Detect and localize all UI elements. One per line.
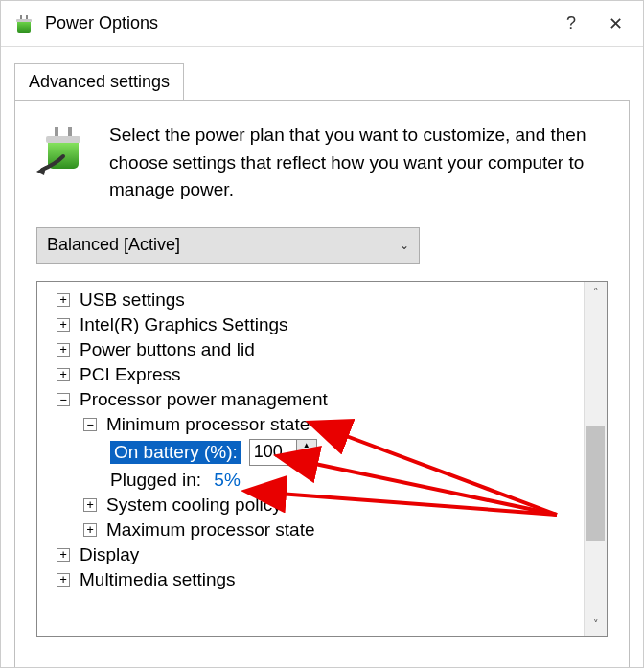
tree-item-pci-express[interactable]: + PCI Express: [43, 362, 578, 387]
tree-label: PCI Express: [80, 364, 181, 385]
tree-label: Maximum processor state: [106, 519, 315, 541]
tree-item-plugged-in[interactable]: Plugged in: 5%: [43, 468, 578, 493]
chevron-down-icon: ⌄: [400, 239, 409, 252]
tree-label: Display: [80, 544, 139, 565]
expand-icon[interactable]: +: [57, 318, 70, 332]
scroll-thumb[interactable]: [586, 426, 605, 541]
svg-rect-1: [20, 15, 22, 19]
tree-item-system-cooling-policy[interactable]: + System cooling policy: [43, 493, 578, 518]
expand-icon[interactable]: +: [57, 293, 70, 307]
settings-tree[interactable]: + USB settings + Intel(R) Graphics Setti…: [37, 282, 584, 636]
tree-item-power-buttons[interactable]: + Power buttons and lid: [43, 337, 578, 362]
spin-up-button[interactable]: ▲: [297, 440, 316, 452]
scroll-up-button[interactable]: ˄: [585, 282, 607, 305]
tab-advanced-settings[interactable]: Advanced settings: [14, 63, 184, 101]
svg-rect-4: [55, 127, 58, 136]
svg-rect-0: [16, 19, 32, 22]
tree-label: System cooling policy: [106, 495, 282, 516]
power-plan-icon: [36, 122, 90, 175]
svg-rect-3: [46, 136, 80, 143]
tree-label: Multimedia settings: [80, 569, 236, 590]
power-options-dialog: Power Options ? ✕ Advanced settings: [0, 0, 644, 668]
tree-label: USB settings: [80, 289, 185, 311]
tab-panel: Select the power plan that you want to c…: [14, 100, 630, 668]
expand-icon[interactable]: +: [57, 573, 70, 587]
spin-down-button[interactable]: ▼: [297, 452, 316, 465]
collapse-icon[interactable]: −: [57, 393, 70, 406]
expand-icon[interactable]: +: [57, 368, 70, 381]
tree-label: Minimum processor state: [106, 414, 310, 435]
power-plan-combo[interactable]: Balanced [Active] ⌄: [36, 227, 420, 264]
on-battery-input[interactable]: [250, 440, 296, 465]
close-button[interactable]: ✕: [593, 1, 637, 47]
svg-rect-2: [26, 15, 28, 19]
expand-icon[interactable]: +: [83, 523, 97, 537]
tree-item-multimedia-settings[interactable]: + Multimedia settings: [43, 567, 578, 592]
tree-item-processor-power-management[interactable]: − Processor power management: [43, 387, 578, 412]
collapse-icon[interactable]: −: [83, 418, 97, 431]
tree-item-display[interactable]: + Display: [43, 542, 578, 567]
tree-scrollbar[interactable]: ˄ ˅: [584, 282, 607, 636]
intro-text: Select the power plan that you want to c…: [109, 122, 608, 204]
scroll-down-button[interactable]: ˅: [585, 613, 607, 636]
svg-marker-6: [36, 166, 46, 175]
power-plan-selected: Balanced [Active]: [47, 235, 180, 255]
tab-strip: Advanced settings: [1, 47, 643, 100]
plugged-in-label: Plugged in:: [110, 470, 201, 491]
on-battery-spinner: ▲ ▼: [249, 439, 317, 466]
help-button[interactable]: ?: [549, 1, 593, 47]
tree-label: Processor power management: [80, 389, 328, 410]
titlebar: Power Options ? ✕: [1, 1, 643, 47]
svg-rect-5: [68, 127, 72, 136]
expand-icon[interactable]: +: [83, 498, 97, 512]
on-battery-label: On battery (%):: [110, 441, 242, 464]
expand-icon[interactable]: +: [57, 548, 70, 562]
tree-label: Power buttons and lid: [80, 339, 255, 360]
intro-row: Select the power plan that you want to c…: [36, 122, 608, 204]
plugged-in-value[interactable]: 5%: [214, 470, 240, 491]
settings-tree-container: + USB settings + Intel(R) Graphics Setti…: [36, 281, 608, 637]
tree-item-usb-settings[interactable]: + USB settings: [43, 288, 578, 312]
expand-icon[interactable]: +: [57, 343, 70, 357]
tree-item-on-battery[interactable]: On battery (%): ▲ ▼: [43, 437, 578, 468]
power-options-icon: [12, 12, 35, 35]
window-title: Power Options: [45, 13, 549, 34]
tree-item-minimum-processor-state[interactable]: − Minimum processor state: [43, 412, 578, 437]
tree-label: Intel(R) Graphics Settings: [80, 314, 288, 335]
tree-item-maximum-processor-state[interactable]: + Maximum processor state: [43, 518, 578, 542]
tree-item-intel-graphics[interactable]: + Intel(R) Graphics Settings: [43, 312, 578, 337]
